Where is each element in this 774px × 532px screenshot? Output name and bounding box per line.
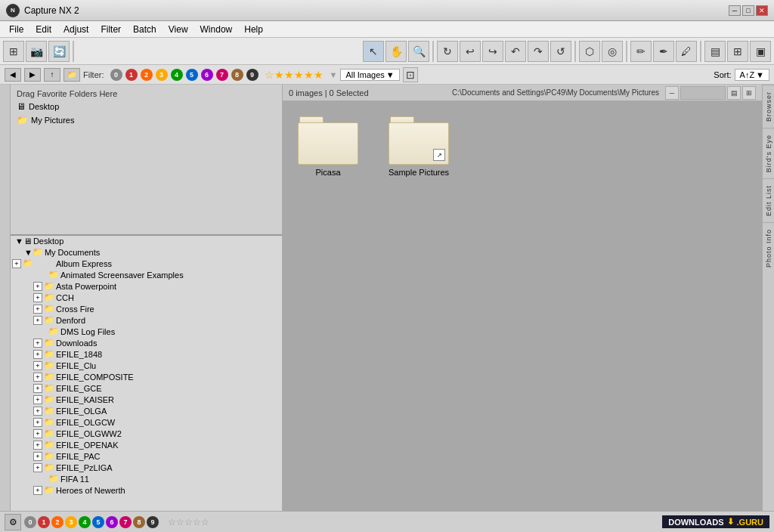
- minimize-button[interactable]: ─: [729, 5, 741, 16]
- tree-item-efile-olga[interactable]: + 📁 EFILE_OLGA: [11, 405, 282, 416]
- tool-7[interactable]: ⬡: [579, 41, 600, 62]
- folder-picasa[interactable]: Picasa: [298, 116, 358, 177]
- expand-efile-pac[interactable]: +: [33, 452, 42, 461]
- filter-2[interactable]: 2: [141, 69, 153, 81]
- expand-asta[interactable]: +: [33, 282, 42, 291]
- settings-button[interactable]: ⚙: [5, 514, 21, 530]
- nav-forward-button[interactable]: ▶: [24, 68, 41, 82]
- tree-item-album-express[interactable]: + 📁 Album Express: [11, 258, 282, 269]
- tree-item-animated-screensaver[interactable]: 📁 Animated Screensaver Examples: [11, 269, 282, 280]
- folder-tree-scroll[interactable]: ▼ 🖥 Desktop ▼ 📁 My Documents + 📁 Album E…: [11, 236, 282, 511]
- fav-desktop[interactable]: 🖥 Desktop: [14, 100, 279, 113]
- view-mode-btn-1[interactable]: ─: [665, 86, 679, 100]
- tool-5[interactable]: ↷: [528, 41, 549, 62]
- close-button[interactable]: ✕: [756, 5, 768, 16]
- menu-file[interactable]: File: [3, 23, 29, 36]
- status-9[interactable]: 9: [147, 516, 159, 528]
- expand-album-express[interactable]: +: [12, 259, 21, 268]
- status-6[interactable]: 6: [106, 516, 118, 528]
- tree-item-heroes[interactable]: + 📁 Heroes of Newerth: [11, 484, 282, 496]
- tree-item-efile-composite[interactable]: + 📁 EFILE_COMPOSITE: [11, 371, 282, 382]
- tree-item-efile-olgww2[interactable]: + 📁 EFILE_OLGWW2: [11, 428, 282, 439]
- filter-4[interactable]: 4: [171, 69, 183, 81]
- tree-item-efile-kaiser[interactable]: + 📁 EFILE_KAISER: [11, 394, 282, 405]
- nav-folder-button[interactable]: 📁: [63, 68, 80, 82]
- tree-item-efile-gce[interactable]: + 📁 EFILE_GCE: [11, 382, 282, 394]
- folder-sample-pictures[interactable]: ↗ Sample Pictures: [389, 116, 449, 177]
- transfer-button[interactable]: 🔄: [48, 41, 70, 62]
- menu-filter[interactable]: Filter: [94, 23, 127, 36]
- status-1[interactable]: 1: [38, 516, 50, 528]
- hand-tool-button[interactable]: ✋: [385, 41, 407, 62]
- status-2[interactable]: 2: [51, 516, 63, 528]
- filter-8[interactable]: 8: [231, 69, 243, 81]
- expand-efile-pzliga[interactable]: +: [33, 463, 42, 472]
- tree-item-cross-fire[interactable]: + 📁 Cross Fire: [11, 303, 282, 314]
- tool-6[interactable]: ↺: [550, 41, 571, 62]
- sort-dropdown[interactable]: A↑Z ▼: [735, 69, 769, 81]
- tool-4[interactable]: ↶: [505, 41, 526, 62]
- filter-3[interactable]: 3: [156, 69, 168, 81]
- status-3[interactable]: 3: [65, 516, 77, 528]
- status-stars[interactable]: ☆☆☆☆☆: [168, 517, 209, 527]
- nav-up-button[interactable]: ↑: [44, 68, 60, 82]
- menu-help[interactable]: Help: [238, 23, 269, 36]
- expand-efile-olga[interactable]: +: [33, 407, 42, 416]
- rotate-cw-button[interactable]: ↻: [437, 41, 458, 62]
- maximize-button[interactable]: □: [742, 5, 754, 16]
- tab-photo-info[interactable]: Photo Info: [763, 222, 774, 274]
- expand-efile-olgww2[interactable]: +: [33, 429, 42, 438]
- view-btn-3[interactable]: ▣: [750, 41, 771, 62]
- tree-item-downloads[interactable]: + 📁 Downloads: [11, 337, 282, 348]
- filter-1[interactable]: 1: [125, 69, 138, 81]
- tree-item-efile-openak[interactable]: + 📁 EFILE_OPENAK: [11, 439, 282, 450]
- grid-view-button[interactable]: ⊞: [3, 41, 24, 62]
- tree-item-fifa11[interactable]: 📁 FIFA 11: [11, 473, 282, 484]
- view-btn-2[interactable]: ⊞: [727, 41, 748, 62]
- expand-efile-kaiser[interactable]: +: [33, 395, 42, 404]
- view-mode-btn-2[interactable]: ▤: [727, 86, 741, 100]
- tool-9[interactable]: ✏: [630, 41, 652, 62]
- fullscreen-button[interactable]: ⊡: [403, 67, 418, 82]
- expand-denford[interactable]: +: [33, 316, 42, 325]
- tab-browser[interactable]: Browser: [763, 85, 774, 128]
- filter-0[interactable]: 0: [110, 69, 122, 81]
- view-btn-1[interactable]: ▤: [704, 41, 726, 62]
- tree-item-asta[interactable]: + 📁 Asta Powerpoint: [11, 280, 282, 292]
- camera-button[interactable]: 📷: [26, 41, 47, 62]
- star-filter[interactable]: ☆★★★★★: [265, 69, 324, 81]
- expand-cross-fire[interactable]: +: [33, 305, 42, 314]
- menu-window[interactable]: Window: [194, 23, 239, 36]
- tree-my-documents[interactable]: ▼ 📁 My Documents: [11, 246, 282, 258]
- expand-efile-olgcw[interactable]: +: [33, 418, 42, 427]
- expand-efile-clu[interactable]: +: [33, 361, 42, 370]
- arrow-tool-button[interactable]: ↖: [363, 41, 384, 62]
- status-8[interactable]: 8: [133, 516, 145, 528]
- tree-item-cch[interactable]: + 📁 CCH: [11, 292, 282, 303]
- expand-efile-composite[interactable]: +: [33, 373, 42, 382]
- zoom-tool-button[interactable]: 🔍: [408, 41, 429, 62]
- status-7[interactable]: 7: [119, 516, 132, 528]
- tool-11[interactable]: 🖊: [676, 41, 697, 62]
- tree-item-dms-log[interactable]: 📁 DMS Log Files: [11, 326, 282, 337]
- tool-8[interactable]: ◎: [602, 41, 623, 62]
- status-0[interactable]: 0: [24, 516, 36, 528]
- fav-my-pictures[interactable]: 📁 My Pictures: [14, 113, 279, 127]
- tool-10[interactable]: ✒: [653, 41, 674, 62]
- status-4[interactable]: 4: [79, 516, 91, 528]
- expand-efile-gce[interactable]: +: [33, 384, 42, 393]
- menu-view[interactable]: View: [163, 23, 194, 36]
- tree-item-efile-clu[interactable]: + 📁 EFILE_Clu: [11, 360, 282, 371]
- expand-efile-openak[interactable]: +: [33, 441, 42, 450]
- tree-item-efile-1848[interactable]: + 📁 EFILE_1848: [11, 348, 282, 360]
- menu-adjust[interactable]: Adjust: [57, 23, 94, 36]
- tree-item-efile-olgcw[interactable]: + 📁 EFILE_OLGCW: [11, 416, 282, 428]
- menu-batch[interactable]: Batch: [127, 23, 163, 36]
- menu-edit[interactable]: Edit: [29, 23, 57, 36]
- tree-item-denford[interactable]: + 📁 Denford: [11, 314, 282, 326]
- expand-heroes[interactable]: +: [33, 486, 42, 495]
- tree-item-efile-pzliga[interactable]: + 📁 EFILE_PzLIGA: [11, 462, 282, 473]
- left-sidebar-toggle[interactable]: Folders Metadata: [0, 85, 11, 511]
- view-mode-btn-3[interactable]: ⊞: [742, 86, 756, 100]
- filter-7[interactable]: 7: [216, 69, 228, 81]
